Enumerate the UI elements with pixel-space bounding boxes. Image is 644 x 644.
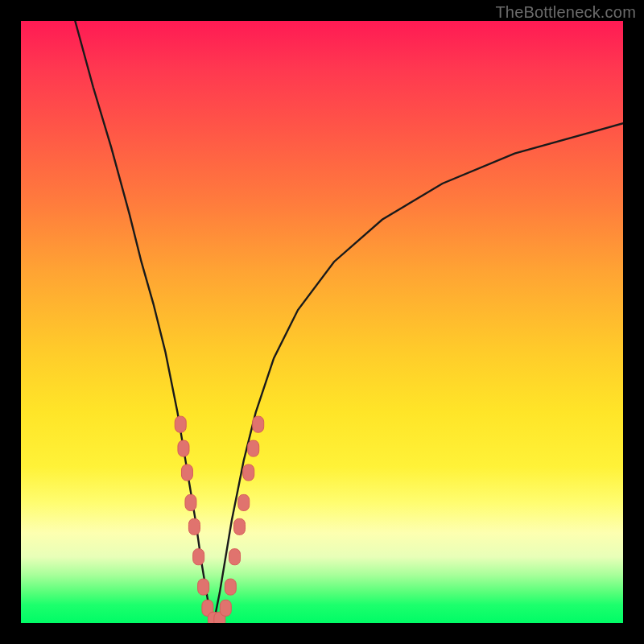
trough-marker: [229, 549, 241, 565]
trough-marker: [181, 464, 192, 481]
right-branch-curve: [213, 123, 623, 623]
trough-marker: [178, 440, 189, 456]
trough-marker: [234, 518, 246, 535]
outer-frame: TheBottleneck.com: [0, 0, 644, 644]
trough-marker: [220, 600, 231, 616]
trough-marker: [188, 518, 200, 535]
trough-marker: [243, 464, 254, 481]
trough-marker: [248, 440, 259, 456]
chart-svg: [21, 21, 623, 623]
trough-marker: [225, 579, 236, 595]
trough-marker: [253, 416, 264, 432]
trough-marker: [175, 416, 186, 432]
watermark-text: TheBottleneck.com: [495, 3, 636, 22]
trough-marker: [193, 549, 204, 565]
trough-marker: [185, 494, 196, 510]
trough-marker: [238, 494, 250, 510]
trough-marker: [198, 579, 209, 595]
plot-area: [21, 21, 623, 623]
